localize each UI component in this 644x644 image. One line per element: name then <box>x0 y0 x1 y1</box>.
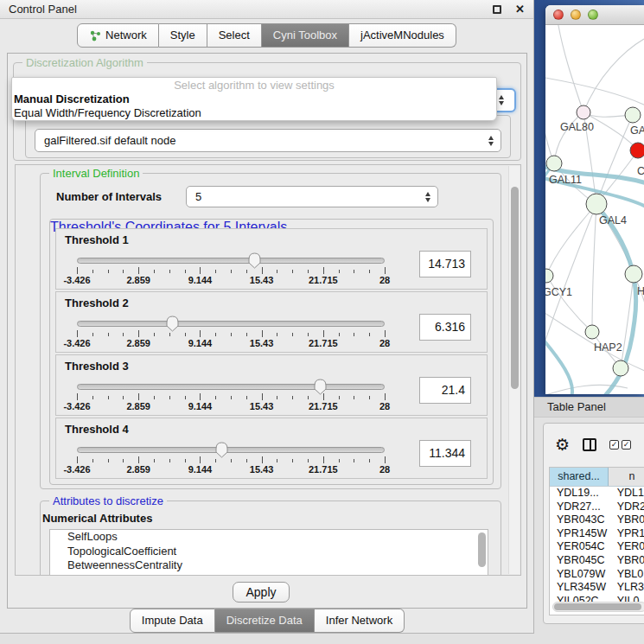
cell-shared-name[interactable]: YER054C <box>550 540 609 554</box>
tab-network[interactable]: Network <box>77 23 159 48</box>
list-scrollbar-thumb[interactable] <box>478 532 486 567</box>
network-edge[interactable] <box>558 25 583 112</box>
float-window-icon[interactable] <box>493 5 501 14</box>
slider-track[interactable] <box>77 447 385 453</box>
popup-item[interactable]: Manual Discretization <box>12 92 496 106</box>
slider-track[interactable] <box>77 384 385 390</box>
cell-name[interactable]: YBL0 <box>609 568 644 582</box>
network-node[interactable] <box>613 360 628 376</box>
thresholds-group: Threshold's Coordinates for 5 Intervals … <box>49 219 494 485</box>
threshold-value-field[interactable]: 21.4 <box>419 377 471 404</box>
threshold-slider[interactable]: -3.4262.8599.14415.4321.71528 <box>77 321 385 347</box>
threshold-label: Threshold 2 <box>65 296 129 309</box>
cell-shared-name[interactable]: YPR145W <box>550 527 609 541</box>
close-icon[interactable]: ✕ <box>515 5 525 14</box>
threshold-slider[interactable]: -3.4262.8599.14415.4321.71528 <box>77 258 385 284</box>
table-row[interactable]: YPR145WYPR1 <box>550 527 644 541</box>
table-row[interactable]: YER054CYER0 <box>550 540 644 554</box>
network-node[interactable] <box>586 194 607 214</box>
cell-name[interactable]: YBR0 <box>609 554 644 568</box>
network-edge[interactable] <box>546 276 592 332</box>
gear-icon[interactable]: ⚙ <box>555 437 570 453</box>
network-node[interactable] <box>577 105 590 119</box>
column-header-name[interactable]: n <box>609 468 644 486</box>
table-row[interactable]: YBR043CYBR0 <box>550 513 644 527</box>
column-header-shared-name[interactable]: shared... <box>550 468 609 486</box>
popup-placeholder: Select algorithm to view settings <box>12 78 496 92</box>
tab-style[interactable]: Style <box>159 23 207 48</box>
table-row[interactable]: YDR27...YDR2 <box>550 501 644 514</box>
attribute-item[interactable]: BetweennessCentrality <box>50 558 488 573</box>
checkbox-icon[interactable]: ✓ <box>609 440 619 450</box>
network-node[interactable] <box>625 265 642 283</box>
threshold-value-field[interactable]: 6.316 <box>419 314 471 341</box>
tab-impute-data[interactable]: Impute Data <box>130 609 215 633</box>
network-edge[interactable] <box>546 204 596 276</box>
network-canvas[interactable]: GAL80GALCGAL11GAL4GCY1HHAP2 <box>545 25 644 394</box>
network-edge[interactable] <box>596 115 633 204</box>
slider-thumb[interactable] <box>215 442 228 458</box>
numerical-attributes-list[interactable]: SelfLoopsTopologicalCoefficientBetweenne… <box>49 529 488 576</box>
cell-name[interactable]: YPR1 <box>609 527 644 541</box>
cell-name[interactable]: YDR2 <box>609 501 644 514</box>
cell-name[interactable]: YER0 <box>609 540 644 554</box>
slider-thumb[interactable] <box>314 379 327 395</box>
network-node[interactable] <box>585 325 599 339</box>
threshold-row: Threshold 2-3.4262.8599.14415.4321.71528… <box>55 291 488 353</box>
close-traffic-light-icon[interactable] <box>553 10 564 20</box>
cell-shared-name[interactable]: YBL079W <box>550 568 609 582</box>
cell-shared-name[interactable]: YLR345W <box>550 581 609 595</box>
threshold-slider[interactable]: -3.4262.8599.14415.4321.71528 <box>77 384 385 410</box>
table-row[interactable]: YBR045CYBR0 <box>550 554 644 568</box>
attribute-item[interactable]: SelfLoops <box>50 530 488 545</box>
table-data-combobox[interactable]: galFiltered.sif default node <box>35 129 501 152</box>
scrollbar-thumb[interactable] <box>511 187 519 389</box>
vertical-scrollbar[interactable] <box>508 166 520 574</box>
network-node[interactable] <box>630 143 644 158</box>
horizontal-scrollbar[interactable] <box>552 602 644 612</box>
tab-discretize-data[interactable]: Discretize Data <box>215 609 315 633</box>
attribute-item[interactable]: TopologicalCoefficient <box>50 545 488 559</box>
cell-shared-name[interactable]: YDL19... <box>550 487 609 501</box>
network-node[interactable] <box>625 107 641 123</box>
threshold-slider[interactable]: -3.4262.8599.14415.4321.71528 <box>77 447 385 473</box>
cell-name[interactable]: YBR0 <box>609 513 644 527</box>
table-row[interactable]: YLR345WYLR3 <box>550 581 644 595</box>
network-edge[interactable] <box>545 77 644 107</box>
list-scrollbar[interactable] <box>476 531 487 576</box>
network-edge[interactable] <box>592 204 596 332</box>
network-node[interactable] <box>545 269 553 283</box>
zoom-traffic-light-icon[interactable] <box>588 10 598 20</box>
network-node[interactable] <box>546 156 562 171</box>
table-row[interactable]: YDL19...YDL1 <box>550 487 644 501</box>
number-of-intervals-combobox[interactable]: 5 <box>186 186 438 207</box>
tab-cyni-toolbox[interactable]: Cyni Toolbox <box>262 23 349 48</box>
network-edge-thick[interactable] <box>545 336 572 394</box>
minimize-traffic-light-icon[interactable] <box>571 10 581 20</box>
network-node-label: GAL80 <box>560 121 594 133</box>
cell-shared-name[interactable]: YBR043C <box>550 513 609 527</box>
threshold-value-field[interactable]: 14.713 <box>419 251 471 277</box>
cell-shared-name[interactable]: YDR27... <box>550 501 609 514</box>
tab-select[interactable]: Select <box>207 23 262 48</box>
tab-jactivemnodules[interactable]: jActiveMNodules <box>349 23 456 48</box>
network-edge[interactable] <box>545 385 628 394</box>
network-edge[interactable] <box>554 112 583 163</box>
horizontal-scrollbar-thumb[interactable] <box>554 603 641 610</box>
table-row[interactable]: YBL079WYBL0 <box>550 568 644 582</box>
threshold-value-field[interactable]: 11.344 <box>419 440 471 467</box>
checkbox-icon[interactable]: ✓ <box>622 440 631 450</box>
slider-thumb[interactable] <box>166 316 179 332</box>
slider-thumb[interactable] <box>248 252 261 269</box>
tab-infer-network[interactable]: Infer Network <box>315 609 405 633</box>
slider-track[interactable] <box>77 321 385 327</box>
threshold-label: Threshold 1 <box>65 233 129 246</box>
slider-track[interactable] <box>77 258 385 264</box>
cell-name[interactable]: YLR3 <box>609 581 644 595</box>
table-panel-toolbar: ⚙ ✓ ✓ <box>544 424 644 465</box>
columns-icon[interactable] <box>583 438 596 451</box>
cell-shared-name[interactable]: YBR045C <box>550 554 609 568</box>
cell-name[interactable]: YDL1 <box>609 487 644 501</box>
apply-button[interactable]: Apply <box>233 582 290 603</box>
popup-item[interactable]: Equal Width/Frequency Discretization <box>12 106 496 120</box>
